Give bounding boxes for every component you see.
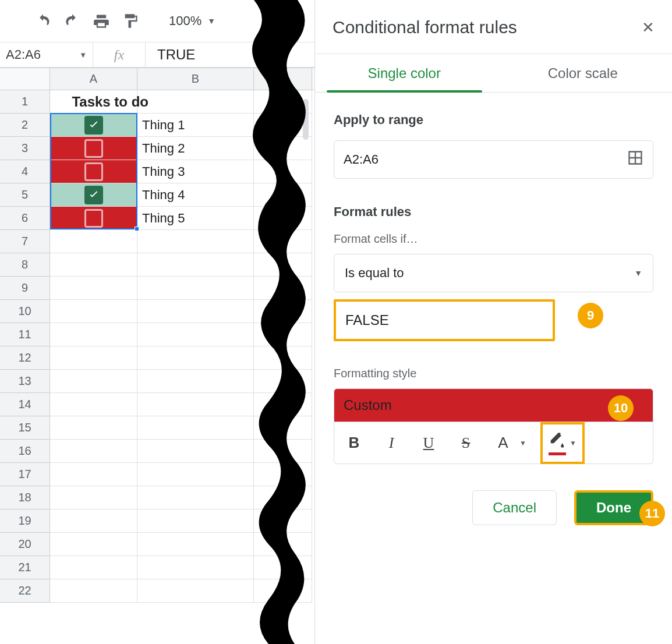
cell[interactable]	[50, 370, 137, 393]
title-cell: Tasks to do	[72, 94, 148, 110]
checkbox[interactable]	[84, 209, 103, 228]
bold-button[interactable]: B	[342, 431, 366, 455]
cell[interactable]	[50, 440, 137, 463]
cell[interactable]	[50, 253, 137, 277]
close-icon[interactable]: ✕	[642, 19, 655, 37]
row-header[interactable]: 9	[0, 277, 50, 300]
tab-label: Single color	[368, 65, 441, 82]
cell[interactable]	[50, 393, 137, 416]
row-header[interactable]: 1	[0, 90, 50, 114]
cell[interactable]	[50, 183, 137, 207]
done-label: Done	[596, 500, 631, 516]
caret-down-icon: ▼	[519, 439, 526, 447]
row-header[interactable]: 18	[0, 486, 50, 509]
cell[interactable]	[50, 137, 137, 160]
conditional-format-panel: Conditional format rules ✕ Single color …	[314, 0, 672, 644]
cell[interactable]	[50, 230, 137, 253]
undo-icon[interactable]	[35, 13, 51, 29]
cancel-button[interactable]: Cancel	[472, 490, 557, 525]
row-header[interactable]: 22	[0, 579, 50, 603]
cell[interactable]	[50, 533, 137, 556]
checkbox[interactable]	[84, 116, 103, 135]
condition-value-input[interactable]: FALSE	[334, 299, 555, 341]
cell[interactable]	[50, 579, 137, 603]
print-icon[interactable]	[93, 13, 109, 29]
row-header[interactable]: 13	[0, 370, 50, 393]
caret-down-icon: ▼	[570, 439, 576, 447]
panel-title: Conditional format rules	[333, 17, 517, 37]
cell[interactable]	[50, 114, 137, 137]
row-header[interactable]: 17	[0, 463, 50, 486]
underline-button[interactable]: U	[417, 431, 440, 455]
panel-header: Conditional format rules ✕	[315, 0, 672, 54]
row-header[interactable]: 19	[0, 509, 50, 533]
row-header[interactable]: 21	[0, 556, 50, 579]
row-header[interactable]: 20	[0, 533, 50, 556]
select-range-icon[interactable]	[627, 150, 643, 169]
apply-range-label: Apply to range	[334, 112, 653, 128]
cell[interactable]	[50, 556, 137, 579]
condition-dropdown[interactable]: Is equal to ▼	[334, 254, 653, 292]
annotation-badge-10: 10	[608, 395, 634, 421]
row-header[interactable]: 8	[0, 253, 50, 277]
fill-color-button[interactable]: ▼	[540, 422, 585, 464]
panel-body: Apply to range A2:A6 Format rules Format…	[315, 93, 672, 542]
cell[interactable]	[50, 277, 137, 300]
annotation-badge-9: 9	[578, 303, 603, 328]
row-header[interactable]: 14	[0, 393, 50, 416]
row-header[interactable]: 7	[0, 230, 50, 253]
name-box[interactable]: A2:A6 ▼	[0, 43, 93, 67]
tab-single-color[interactable]: Single color	[315, 54, 494, 92]
cell[interactable]	[50, 463, 137, 486]
text-color-button[interactable]: A	[491, 431, 515, 455]
torn-divider	[236, 0, 318, 644]
cell[interactable]	[50, 509, 137, 533]
paint-bucket-icon	[549, 431, 566, 455]
format-cells-if-label: Format cells if…	[334, 232, 653, 246]
checkbox[interactable]	[84, 162, 103, 181]
format-rules-label: Format rules	[334, 204, 653, 220]
cell[interactable]: Tasks to do	[50, 90, 137, 114]
cell[interactable]	[50, 416, 137, 440]
italic-button[interactable]: I	[380, 431, 403, 455]
cell[interactable]	[50, 346, 137, 370]
checkbox[interactable]	[84, 186, 103, 204]
cell[interactable]	[50, 486, 137, 509]
condition-value-text: FALSE	[345, 312, 389, 328]
redo-icon[interactable]	[64, 13, 80, 29]
style-toolbar: B I U S A ▼ ▼	[334, 422, 653, 464]
tab-label: Color scale	[548, 65, 618, 82]
condition-value: Is equal to	[345, 266, 404, 281]
cell[interactable]	[50, 300, 137, 323]
row-header[interactable]: 6	[0, 207, 50, 230]
row-header[interactable]: 4	[0, 160, 50, 183]
select-all-corner[interactable]	[0, 68, 50, 90]
row-header[interactable]: 11	[0, 323, 50, 346]
formatting-style-label: Formatting style	[334, 367, 653, 380]
row-header[interactable]: 12	[0, 346, 50, 370]
checkbox[interactable]	[84, 139, 103, 158]
cell[interactable]	[50, 323, 137, 346]
zoom-dropdown[interactable]: 100% ▼	[169, 13, 215, 29]
row-header[interactable]: 15	[0, 416, 50, 440]
paint-format-icon[interactable]	[122, 13, 139, 29]
row-header[interactable]: 16	[0, 440, 50, 463]
row-header[interactable]: 5	[0, 183, 50, 207]
formula-value: TRUE	[157, 47, 195, 63]
caret-down-icon: ▼	[634, 268, 642, 278]
cell[interactable]	[50, 160, 137, 183]
row-header[interactable]: 10	[0, 300, 50, 323]
row-header[interactable]: 2	[0, 114, 50, 137]
tab-color-scale[interactable]: Color scale	[494, 54, 673, 92]
annotation-badge-11: 11	[639, 501, 665, 526]
cell[interactable]	[50, 207, 137, 230]
button-row: Cancel Done	[334, 490, 653, 525]
row-header[interactable]: 3	[0, 137, 50, 160]
style-preview[interactable]: Custom	[334, 388, 653, 422]
cancel-label: Cancel	[493, 500, 536, 516]
caret-down-icon: ▼	[207, 16, 215, 26]
strikethrough-button[interactable]: S	[454, 431, 478, 455]
apply-range-field[interactable]: A2:A6	[334, 140, 653, 179]
col-header-A[interactable]: A	[50, 68, 137, 90]
caret-down-icon: ▼	[79, 51, 87, 59]
